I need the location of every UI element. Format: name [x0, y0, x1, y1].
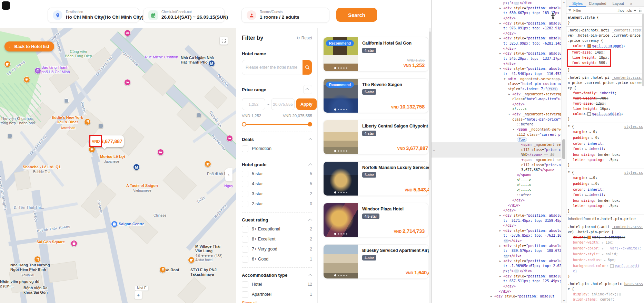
css-property[interactable]: color: inherit;	[568, 187, 643, 192]
scrollbar-thumb[interactable]	[562, 139, 565, 159]
hotel-poi-icon[interactable]	[226, 135, 233, 142]
css-property[interactable]: color: var(--c-white);	[568, 111, 643, 116]
carousel-dot[interactable]	[340, 67, 342, 69]
devtools-dom-node[interactable]: t: -41.5401px; top: -116.452	[432, 72, 561, 77]
devtools-dom-node[interactable]: </div>	[432, 46, 561, 51]
styles-filter-input[interactable]: Filter	[573, 8, 581, 12]
devtools-dom-node[interactable]: t: -1.98905e+07px; top: 2.02	[432, 264, 561, 269]
hotel-list-scrollbar[interactable]	[429, 28, 431, 303]
devtools-dom-node[interactable]: ::before	[432, 122, 561, 127]
hotel-card[interactable]: RecommendCalifornia Hotel Sai Gon4-starV…	[323, 37, 428, 72]
transit-poi-icon[interactable]	[64, 98, 69, 103]
css-property[interactable]: display: inline-flex;	[568, 292, 643, 297]
show-all-link[interactable]: Show all	[242, 301, 257, 303]
styles-toolbar-hov[interactable]: :hov	[617, 8, 624, 12]
devtools-dom-node[interactable]: c112 class="current-pri	[432, 132, 561, 138]
devtools-dom-node[interactable]: ▼<div _ngcontent-serverap	[432, 112, 561, 117]
devtools-dom-node[interactable]: ▶<div style="position: absolut	[432, 294, 561, 299]
dates-field[interactable]: Check-in/Check-out 26.03.14(SAT) ~ 26.03…	[143, 8, 225, 23]
carousel-dot[interactable]	[346, 192, 347, 193]
css-selector[interactable]: * {	[568, 125, 574, 129]
devtools-dom-node[interactable]: ▶<div style="position: absolu	[432, 259, 561, 264]
expand-arrow-down-icon[interactable]: ▼	[513, 127, 514, 132]
carousel-dot[interactable]	[334, 233, 336, 235]
expand-arrow-right-icon[interactable]: ▶	[491, 294, 492, 299]
devtools-dom-node[interactable]: class="hotel-map-item">···	[432, 97, 561, 102]
chevron-up-icon[interactable]	[308, 274, 312, 277]
chevron-up-icon[interactable]	[308, 163, 312, 167]
carousel-dot[interactable]	[346, 233, 347, 235]
css-property[interactable]: letter-spacing: -.5px;	[568, 203, 643, 208]
metro-poi-icon[interactable]: M	[133, 164, 140, 170]
carousel-dot[interactable]	[340, 192, 342, 193]
expand-arrow-right-icon[interactable]: ▶	[499, 213, 501, 218]
cafe-poi-icon[interactable]	[4, 61, 11, 67]
shop-pink-poi-icon[interactable]	[71, 240, 77, 247]
devtools-dom-node[interactable]: px;">···</div>	[432, 1, 561, 6]
expand-arrow-right-icon[interactable]: ▶	[602, 247, 605, 250]
css-property[interactable]: line-height: 18px;	[568, 55, 609, 60]
devtools-dom-node[interactable]: <span _ngcontent-serv	[432, 142, 561, 148]
devtools-dom-node[interactable]: ▼<div style="position: absolu	[432, 66, 561, 72]
devtools-dom-node[interactable]: ▼<span _ngcontent-server	[432, 127, 561, 132]
inline-expand-icon[interactable]: ···	[514, 269, 519, 273]
checkbox[interactable]	[242, 291, 248, 298]
hotel-poi-icon[interactable]	[124, 30, 131, 36]
checkbox[interactable]	[242, 256, 248, 263]
carousel-dot[interactable]	[343, 275, 345, 276]
devtools-dom-node[interactable]: </div>	[432, 284, 561, 289]
color-swatch[interactable]	[587, 112, 591, 116]
css-property[interactable]: font-family: inherit;	[568, 91, 643, 96]
inline-expand-icon[interactable]: ···	[504, 239, 509, 243]
destination-field[interactable]: Destination Ho Chi Minh City(Ho Chi Minh…	[48, 8, 139, 23]
flex-badge[interactable]: flex	[547, 87, 557, 91]
devtools-dom-node[interactable]: t: 657.511px; top: 125.49px;	[432, 279, 561, 284]
hotel-card[interactable]: Bluesky Serviced Apartment Airpo...4-sta…	[323, 244, 428, 279]
transit-poi-icon[interactable]	[197, 113, 201, 117]
expand-arrow-right-icon[interactable]: ▶	[499, 51, 501, 56]
hotel-poi-icon[interactable]	[157, 149, 164, 155]
hotel-card[interactable]: Liberty Central Saigon Citypoint4-starVN…	[323, 120, 428, 154]
chevron-up-icon[interactable]	[308, 138, 312, 142]
carousel-dot[interactable]	[334, 274, 336, 276]
hotel-card[interactable]: Windsor Plaza Hotel4.5-starVND2,714,733	[323, 203, 428, 237]
css-property[interactable]: font: ▶ inherit;	[568, 192, 643, 198]
css-property[interactable]: border-color: ▶ var(--c-white);	[568, 246, 643, 252]
carousel-dot[interactable]	[340, 275, 342, 276]
checkbox[interactable]	[242, 181, 248, 187]
checkbox[interactable]	[242, 281, 248, 288]
stylesheet-link[interactable]: styles.sc	[624, 170, 643, 175]
expand-arrow-right-icon[interactable]: ▶	[604, 259, 607, 262]
css-property[interactable]: font-size: 14px;	[568, 50, 609, 55]
expand-arrow-right-icon[interactable]: ▶	[499, 21, 501, 26]
devtools-dom-node[interactable]: </div>	[432, 289, 561, 294]
scrollbar-down-arrow[interactable]: ▼	[563, 299, 565, 302]
price-max-input[interactable]	[271, 98, 295, 110]
devtools-dom-node[interactable]: <!---->	[432, 183, 561, 188]
transit-poi-icon[interactable]	[99, 124, 103, 128]
css-property[interactable]: color: inherit;	[568, 141, 643, 146]
expand-arrow-right-icon[interactable]: ▶	[592, 137, 594, 140]
guests-field[interactable]: Rooms/Guests 1 rooms / 2 adults	[241, 8, 329, 23]
css-property[interactable]: border-radius: ▶ 8px;	[568, 257, 643, 263]
devtools-dom-node[interactable]: <span _ngcontent-serv	[432, 158, 561, 163]
metro-poi-icon[interactable]: M	[208, 60, 215, 67]
devtools-dom-node[interactable]: t: -5171.45px; top: 3159.45p	[432, 218, 561, 224]
carousel-dot[interactable]	[338, 192, 339, 193]
tab-layout[interactable]: Layout	[610, 0, 627, 7]
checkbox[interactable]	[242, 171, 248, 177]
devtools-dom-node[interactable]: </div>	[432, 223, 561, 228]
carousel-dot[interactable]	[343, 192, 345, 193]
carousel-dot[interactable]	[334, 150, 336, 152]
transit-poi-icon[interactable]	[8, 134, 12, 138]
css-property[interactable]: font-weight: 700;	[568, 96, 643, 101]
carousel-dot[interactable]	[338, 233, 339, 235]
carousel-dot[interactable]	[338, 67, 339, 69]
devtools-dom-node[interactable]: t: -5736.85px; top: -7632.16	[432, 233, 561, 238]
devtools-elements-scrollbar[interactable]: ▲ ▼	[561, 0, 566, 303]
expand-arrow-down-icon[interactable]: ▼	[504, 77, 505, 82]
devtools-dom-node[interactable]: ▶<div _ngcontent-serverap	[432, 92, 561, 97]
css-property[interactable]: color: var(--c-orange);	[568, 235, 643, 240]
devtools-dom-node[interactable]: style="z-index: 7;"flex	[432, 87, 561, 92]
devtools-dom-node[interactable]: <!---->	[432, 188, 561, 193]
